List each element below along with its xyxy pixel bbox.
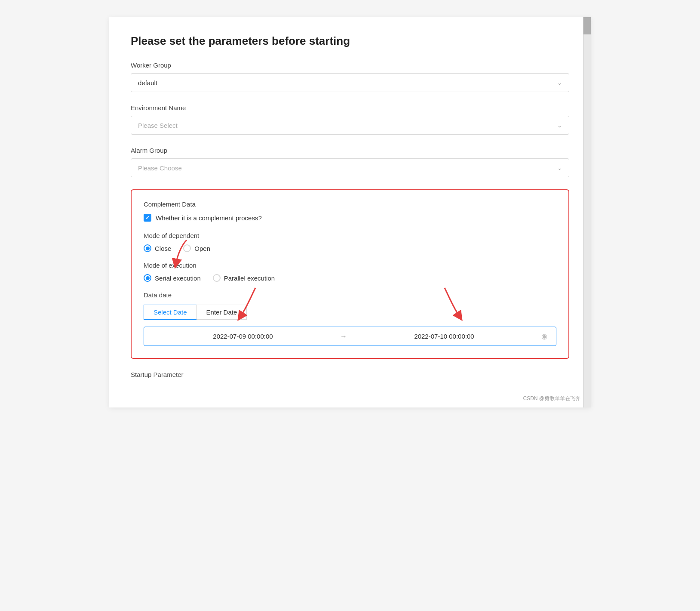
mode-dependent-radio-group: Close Open (144, 244, 556, 252)
range-arrow-icon: → (340, 333, 347, 340)
mode-execution-radio-group: Serial execution Parallel execution (144, 274, 556, 282)
complement-data-section: Complement Data Whether it is a compleme… (131, 189, 569, 359)
arrow-end-date-annotation (427, 286, 470, 324)
select-date-tab[interactable]: Select Date (144, 305, 196, 320)
modal-container: Please set the parameters before startin… (109, 17, 591, 407)
radio-close-icon (144, 244, 151, 252)
data-date-section: Data date Select Date Enter Date 2022-07… (144, 291, 556, 346)
watermark: CSDN @勇敢羊羊在飞奔 (523, 395, 580, 402)
scrollbar[interactable] (583, 17, 591, 407)
radio-parallel-icon (213, 274, 221, 282)
mode-dependent-close[interactable]: Close (144, 244, 171, 252)
start-date-value: 2022-07-09 00:00:00 (153, 333, 333, 340)
radio-close-label: Close (155, 245, 171, 252)
end-date-value: 2022-07-10 00:00:00 (354, 333, 534, 340)
complement-checkbox-row: Whether it is a complement process? (144, 214, 556, 222)
startup-parameter-label: Startup Parameter (131, 371, 569, 378)
mode-dependent-label: Mode of dependent (144, 232, 556, 239)
clear-date-icon[interactable]: ◉ (541, 332, 547, 340)
complement-checkbox-label: Whether it is a complement process? (156, 214, 262, 222)
alarm-group-select[interactable]: Please Choose ⌄ (131, 158, 569, 177)
alarm-group-field: Alarm Group Please Choose ⌄ (131, 147, 569, 177)
date-tabs: Select Date Enter Date (144, 305, 556, 320)
radio-serial-label: Serial execution (155, 275, 201, 282)
worker-group-select[interactable]: default ⌄ (131, 73, 569, 92)
environment-name-placeholder: Please Select (138, 122, 178, 129)
chevron-down-icon-2: ⌄ (557, 122, 562, 129)
data-date-label: Data date (144, 291, 556, 299)
chevron-down-icon: ⌄ (557, 80, 562, 86)
radio-parallel-label: Parallel execution (224, 275, 275, 282)
page-title: Please set the parameters before startin… (131, 34, 569, 48)
startup-parameter-field: Startup Parameter (131, 371, 569, 378)
complement-data-label: Complement Data (144, 201, 556, 208)
scrollbar-thumb[interactable] (583, 17, 591, 34)
environment-name-field: Environment Name Please Select ⌄ (131, 104, 569, 135)
arrow-start-date-annotation (230, 286, 273, 324)
environment-name-select[interactable]: Please Select ⌄ (131, 116, 569, 135)
chevron-down-icon-3: ⌄ (557, 165, 562, 171)
date-range-box: 2022-07-09 00:00:00 → 2022-07-10 00:00:0… (144, 327, 556, 346)
worker-group-label: Worker Group (131, 62, 569, 69)
environment-name-label: Environment Name (131, 104, 569, 111)
alarm-group-label: Alarm Group (131, 147, 569, 154)
mode-execution-section: Mode of execution Serial execution Paral… (144, 262, 556, 282)
mode-dependent-section: Mode of dependent Close Open (144, 232, 556, 252)
worker-group-field: Worker Group default ⌄ (131, 62, 569, 92)
alarm-group-placeholder: Please Choose (138, 164, 182, 172)
mode-execution-label: Mode of execution (144, 262, 556, 269)
arrow-serial-annotation (169, 236, 204, 270)
mode-execution-parallel[interactable]: Parallel execution (213, 274, 275, 282)
worker-group-value: default (138, 79, 157, 86)
radio-serial-icon (144, 274, 151, 282)
mode-execution-serial[interactable]: Serial execution (144, 274, 201, 282)
complement-checkbox[interactable] (144, 214, 151, 222)
